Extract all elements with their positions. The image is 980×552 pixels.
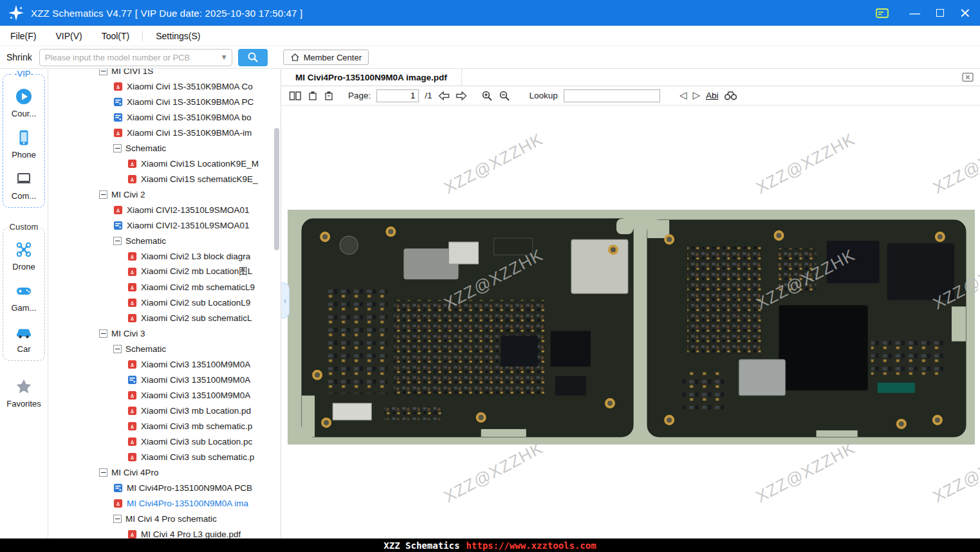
tree-item-label: MI Civi 2 xyxy=(111,190,145,199)
collapse-icon[interactable]: − xyxy=(113,237,122,245)
close-button[interactable]: × xyxy=(959,6,971,20)
collapse-icon[interactable]: − xyxy=(99,190,107,199)
document-tab[interactable]: MI Civi4Pro-135100N9M0A image.pdf xyxy=(281,69,462,86)
tree-file[interactable]: Xiaomi Civi3 sub Location.pc xyxy=(48,434,281,449)
tree-file[interactable]: MI Civi4Pro-135100N9M0A ima xyxy=(48,495,281,511)
search-input[interactable] xyxy=(45,53,222,62)
collapse-icon[interactable]: − xyxy=(113,515,122,523)
tree-file[interactable]: Xiaomi Civi3 sub schematic.p xyxy=(48,449,281,465)
pdf-canvas[interactable]: XZZ@XZZHKXZZ@XZZHKXZZ@XZZHKXZZ@XZZHKXZZ@… xyxy=(281,106,980,538)
tree-file[interactable]: Xiaomi Civi2 sub LocationL9 xyxy=(48,295,281,310)
tree-folder[interactable]: −MI Civi 3 xyxy=(48,326,281,341)
zoom-out-icon[interactable] xyxy=(499,90,510,102)
tree-file[interactable]: Xiaomi Civi1S LocationK9E_M xyxy=(48,156,281,171)
tree-item-label: Xiaomi Civi3 mb Location.pd xyxy=(141,406,251,416)
watermark: XZZ@XZZHK xyxy=(753,438,858,507)
tree-item-label: Xiaomi Civi2 L3 block diagra xyxy=(141,252,250,261)
tree-file[interactable]: Xiaomi Civi3 135100M9M0A xyxy=(48,356,281,372)
tree-folder[interactable]: −MI Civi 4 Pro schematic xyxy=(48,511,281,526)
tree-folder[interactable]: −MI Civi 4Pro xyxy=(48,465,281,480)
tree-folder[interactable]: −MI Civi 2 xyxy=(48,187,281,202)
page-number-input[interactable] xyxy=(376,89,419,102)
sidebar-item-favorites[interactable]: Favorites xyxy=(6,378,41,409)
tree-scrollbar-thumb[interactable] xyxy=(274,128,279,250)
tree-file[interactable]: Xiaomi Civi 1S-3510K9BM0A PC xyxy=(48,94,281,109)
collapse-icon[interactable]: − xyxy=(99,468,107,477)
tree-item-label: Schematic xyxy=(125,143,166,153)
rotate-left-icon[interactable] xyxy=(308,91,318,101)
lookup-input[interactable] xyxy=(564,89,660,102)
menu-file[interactable]: File(F) xyxy=(10,31,36,41)
minimize-button[interactable]: — xyxy=(909,7,921,19)
watermark: XZZ@XZZHK xyxy=(441,438,546,507)
gamepad-icon xyxy=(15,282,33,300)
tree-item-label: MI Civi 4 Pro schematic xyxy=(125,514,217,524)
close-document-icon[interactable] xyxy=(962,72,974,82)
tree-item-label: Xiaomi Civi 1S-3510K9BM0A-im xyxy=(127,128,252,138)
zoom-in-icon[interactable] xyxy=(481,90,493,102)
shrink-button[interactable]: Shrink xyxy=(5,52,33,62)
tree-folder[interactable]: −MI CIVI 1S xyxy=(48,69,281,78)
tree-file[interactable]: Xiaomi Civi 1S-3510K9BM0A Co xyxy=(48,78,281,94)
sidebar-item-course[interactable]: Cour... xyxy=(12,87,36,118)
menu-tool[interactable]: Tool(T) xyxy=(102,31,130,41)
pdf-file-icon xyxy=(127,360,137,369)
vip-card-icon[interactable] xyxy=(876,8,889,19)
document-tab-title: MI Civi4Pro-135100N9M0A image.pdf xyxy=(295,73,447,82)
tree-file[interactable]: MI Civi4Pro-135100N9M0A PCB xyxy=(48,480,281,495)
collapse-icon[interactable]: − xyxy=(99,329,107,338)
tree-item-label: MI Civi4Pro-135100N9M0A ima xyxy=(127,499,248,508)
menu-settings[interactable]: Settings(S) xyxy=(156,31,200,41)
tree-file[interactable]: Xiaomi Civi3 135100M9M0A xyxy=(48,387,281,403)
tree-file[interactable]: Xiaomi Civi3 135100M9M0A xyxy=(48,372,281,387)
rotate-right-icon[interactable] xyxy=(324,91,334,101)
tree-item-label: Xiaomi Civi2 mb schematicL9 xyxy=(141,282,255,292)
tree-item-label: Xiaomi Civi3 135100M9M0A xyxy=(141,360,250,369)
tree-folder[interactable]: −Schematic xyxy=(48,233,281,248)
next-view-icon[interactable] xyxy=(456,91,467,100)
tree-file[interactable]: Xiaomi Civi1S schematicK9E_ xyxy=(48,171,281,187)
sidebar-item-drone[interactable]: Drone xyxy=(12,241,35,271)
sidebar-item-label: Phone xyxy=(12,150,36,160)
tree-item-label: Xiaomi Civi3 sub Location.pc xyxy=(141,437,252,446)
tree-file[interactable]: Xiaomi Civi3 mb Location.pd xyxy=(48,403,281,418)
tree-scrollbar[interactable] xyxy=(273,70,280,537)
tree-file[interactable]: Xiaomi Civi 1S-3510K9BM0A-im xyxy=(48,125,281,140)
model-search-box[interactable]: ▼ xyxy=(39,49,232,66)
tree-file[interactable]: Xiaomi Civi2 sub schematicL xyxy=(48,310,281,326)
sidebar-item-computer[interactable]: Com... xyxy=(12,170,36,201)
member-center-button[interactable]: Member Center xyxy=(283,50,369,65)
sidebar-item-phone[interactable]: Phone xyxy=(12,129,36,160)
file-tree-panel: −MI CIVI 1SXiaomi Civi 1S-3510K9BM0A CoX… xyxy=(48,69,281,538)
collapse-icon[interactable]: − xyxy=(113,345,122,353)
collapse-tree-handle[interactable]: ‹ xyxy=(281,282,290,318)
tree-file[interactable]: Xiaomi Civi2 mb Location图L xyxy=(48,264,281,279)
tree-file[interactable]: Xiaomi Civi 1S-3510K9BM0A bo xyxy=(48,109,281,125)
member-center-label: Member Center xyxy=(304,53,362,62)
tree-file[interactable]: Xiaomi CIVI2-13510L9SMOA01 xyxy=(48,217,281,233)
chevron-down-icon[interactable]: ▼ xyxy=(222,54,227,60)
match-case-button[interactable]: Abi xyxy=(706,91,719,100)
maximize-button[interactable] xyxy=(936,7,944,19)
tree-file[interactable]: Xiaomi Civi2 L3 block diagra xyxy=(48,248,281,264)
search-button[interactable] xyxy=(238,49,268,66)
tree-file[interactable]: MI Civi 4 Pro L3 guide.pdf xyxy=(48,526,281,538)
binoculars-icon[interactable] xyxy=(724,91,737,100)
tree-folder[interactable]: −Schematic xyxy=(48,341,281,356)
tree-file[interactable]: Xiaomi Civi3 mb schematic.p xyxy=(48,418,281,434)
menu-vip[interactable]: VIP(V) xyxy=(55,31,82,41)
sidebar-item-game[interactable]: Gam... xyxy=(11,282,36,313)
two-page-layout-icon[interactable] xyxy=(289,91,302,101)
collapse-icon[interactable]: − xyxy=(99,69,107,75)
previous-view-icon[interactable] xyxy=(438,91,450,100)
find-previous-icon[interactable]: ◁ xyxy=(680,91,687,100)
tree-file[interactable]: Xiaomi Civi2 mb schematicL9 xyxy=(48,279,281,295)
sidebar: -VIP- Cour... Phone xyxy=(0,69,48,538)
sidebar-item-car[interactable]: Car xyxy=(15,323,33,354)
statusbar-link[interactable]: https://www.xzztools.com xyxy=(466,540,596,551)
vip-section: -VIP- Cour... Phone xyxy=(3,74,45,208)
find-next-icon[interactable]: ▷ xyxy=(692,91,700,100)
collapse-icon[interactable]: − xyxy=(113,144,122,152)
tree-folder[interactable]: −Schematic xyxy=(48,140,281,156)
tree-file[interactable]: Xiaomi CIVI2-13510L9SMOA01 xyxy=(48,202,281,217)
